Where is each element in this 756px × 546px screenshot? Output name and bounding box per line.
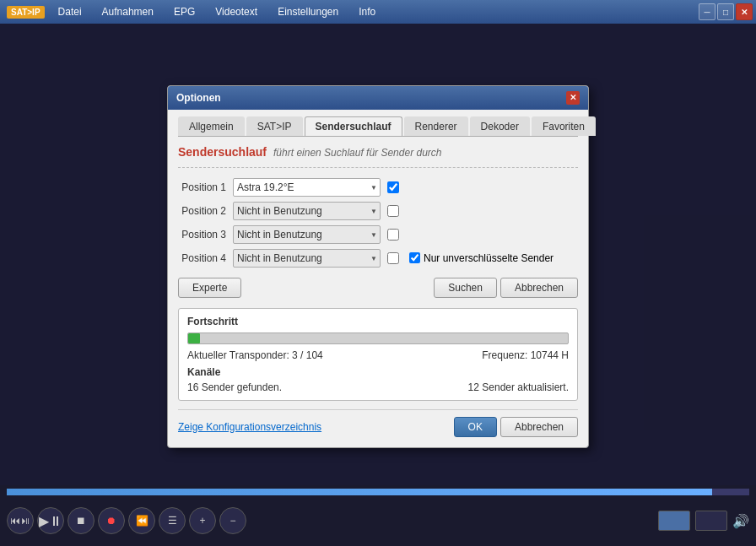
- menu-aufnahmen[interactable]: Aufnahmen: [99, 4, 157, 19]
- suchen-button[interactable]: Suchen: [434, 278, 497, 298]
- dialog-title: Optionen: [176, 92, 221, 104]
- config-link[interactable]: Zeige Konfigurationsverzeichnis: [178, 421, 321, 433]
- progress-bar-outer: [187, 332, 569, 344]
- position-3-row: Position 3 Nicht in Benutzung: [178, 225, 578, 244]
- options-dialog: Optionen ✕ Allgemein SAT>IP Sendersuchla…: [167, 85, 589, 448]
- footer-abbrechen-button[interactable]: Abbrechen: [500, 417, 578, 437]
- minimize-button[interactable]: ─: [699, 3, 716, 20]
- position-3-label: Position 3: [178, 229, 233, 241]
- nur-checkbox[interactable]: [409, 252, 420, 263]
- position-2-select-wrapper: Nicht in Benutzung: [233, 202, 381, 220]
- transport-controls: ⏮⏯ ▶⏸ ⏹ ⏺ ⏪ ☰ + − 🔊: [0, 495, 756, 546]
- app-logo: SAT>IP: [7, 6, 45, 19]
- aspect-4-3-button[interactable]: [658, 511, 690, 531]
- menu-einstellungen[interactable]: Einstellungen: [274, 4, 342, 19]
- aspect-16-9-button[interactable]: [695, 511, 727, 531]
- menu-info[interactable]: Info: [355, 4, 379, 19]
- play-button[interactable]: ▶⏸: [37, 507, 64, 534]
- dialog-close-button[interactable]: ✕: [566, 91, 580, 105]
- menu-epg[interactable]: EPG: [170, 4, 198, 19]
- section-title: Sendersuchlauf: [178, 145, 267, 159]
- play-pause-button[interactable]: ⏮⏯: [7, 507, 34, 534]
- position-1-checkbox[interactable]: [387, 181, 399, 193]
- action-buttons-row: Experte Suchen Abbrechen: [178, 278, 578, 298]
- nur-label: Nur unverschlüsselte Sender: [424, 252, 554, 264]
- playlist-button[interactable]: ☰: [159, 507, 186, 534]
- progress-frequenz: Frequenz: 10744 H: [482, 349, 569, 361]
- remove-button[interactable]: −: [219, 507, 246, 534]
- record-button[interactable]: ⏺: [98, 507, 125, 534]
- menu-bar: Datei Aufnahmen EPG Videotext Einstellun…: [55, 4, 380, 19]
- tab-sendersuchlauf[interactable]: Sendersuchlauf: [305, 116, 402, 136]
- add-button[interactable]: +: [189, 507, 216, 534]
- position-2-select[interactable]: Nicht in Benutzung: [233, 202, 381, 220]
- position-2-checkbox[interactable]: [387, 205, 399, 217]
- position-1-select[interactable]: Astra 19.2°E: [233, 178, 381, 197]
- position-4-select-wrapper: Nicht in Benutzung: [233, 249, 381, 268]
- tab-bar: Allgemein SAT>IP Sendersuchlauf Renderer…: [178, 116, 578, 137]
- position-4-checkbox[interactable]: [387, 252, 399, 264]
- abbrechen-button[interactable]: Abbrechen: [500, 278, 578, 298]
- position-4-label: Position 4: [178, 252, 233, 264]
- bottom-progress-fill: [7, 489, 712, 495]
- dialog-titlebar: Optionen ✕: [168, 86, 588, 110]
- progress-label: Fortschritt: [187, 316, 569, 327]
- position-4-select[interactable]: Nicht in Benutzung: [233, 249, 381, 268]
- tab-satip[interactable]: SAT>IP: [246, 116, 303, 136]
- dialog-overlay: Optionen ✕ Allgemein SAT>IP Sendersuchla…: [0, 24, 756, 509]
- bottom-progress-container: [7, 489, 749, 495]
- channels-gefunden: 16 Sender gefunden.: [187, 381, 282, 393]
- title-bar: SAT>IP Datei Aufnahmen EPG Videotext Ein…: [0, 0, 756, 24]
- position-2-label: Position 2: [178, 205, 233, 217]
- progress-info: Aktueller Transponder: 3 / 104 Frequenz:…: [187, 349, 569, 361]
- channels-label: Kanäle: [187, 366, 569, 378]
- experte-button[interactable]: Experte: [178, 278, 241, 298]
- section-header: Sendersuchlauf führt einen Suchlauf für …: [178, 145, 578, 168]
- position-3-checkbox[interactable]: [387, 229, 399, 241]
- position-2-row: Position 2 Nicht in Benutzung: [178, 202, 578, 220]
- close-button[interactable]: ✕: [736, 3, 753, 20]
- progress-transponder: Aktueller Transponder: 3 / 104: [187, 349, 323, 361]
- channels-section: Kanäle 16 Sender gefunden. 12 Sender akt…: [187, 366, 569, 393]
- section-desc: führt einen Suchlauf für Sender durch: [273, 147, 441, 159]
- channels-aktualisiert: 12 Sender aktualisiert.: [468, 381, 569, 393]
- volume-icon[interactable]: 🔊: [732, 513, 749, 529]
- menu-videotext[interactable]: Videotext: [212, 4, 261, 19]
- position-3-select-wrapper: Nicht in Benutzung: [233, 225, 381, 244]
- tab-dekoder[interactable]: Dekoder: [470, 116, 530, 136]
- position-4-row: Position 4 Nicht in Benutzung Nur unvers…: [178, 249, 578, 268]
- menu-datei[interactable]: Datei: [55, 4, 85, 19]
- progress-bar-inner: [188, 333, 200, 343]
- main-content: Optionen ✕ Allgemein SAT>IP Sendersuchla…: [0, 24, 756, 509]
- position-1-row: Position 1 Astra 19.2°E: [178, 178, 578, 197]
- window-controls: ─ □ ✕: [699, 3, 753, 20]
- dialog-footer: Zeige Konfigurationsverzeichnis OK Abbre…: [178, 409, 578, 437]
- dialog-body: Allgemein SAT>IP Sendersuchlauf Renderer…: [168, 110, 588, 447]
- rewind-button[interactable]: ⏪: [128, 507, 155, 534]
- right-controls: 🔊: [658, 511, 749, 531]
- position-1-select-wrapper: Astra 19.2°E: [233, 178, 381, 197]
- ok-button[interactable]: OK: [454, 417, 497, 437]
- search-cancel-group: Suchen Abbrechen: [434, 278, 578, 298]
- bottom-bar: ⏮⏯ ▶⏸ ⏹ ⏺ ⏪ ☰ + − 🔊: [0, 485, 756, 546]
- position-3-select[interactable]: Nicht in Benutzung: [233, 225, 381, 244]
- maximize-button[interactable]: □: [717, 3, 734, 20]
- position-1-label: Position 1: [178, 181, 233, 193]
- tab-favoriten[interactable]: Favoriten: [532, 116, 596, 136]
- channels-info: 16 Sender gefunden. 12 Sender aktualisie…: [187, 381, 569, 393]
- tab-renderer[interactable]: Renderer: [404, 116, 468, 136]
- footer-buttons: OK Abbrechen: [454, 417, 578, 437]
- stop-button[interactable]: ⏹: [68, 507, 94, 534]
- nur-checkbox-row: Nur unverschlüsselte Sender: [409, 252, 554, 264]
- progress-section: Fortschritt Aktueller Transponder: 3 / 1…: [178, 308, 578, 401]
- tab-allgemein[interactable]: Allgemein: [178, 116, 245, 136]
